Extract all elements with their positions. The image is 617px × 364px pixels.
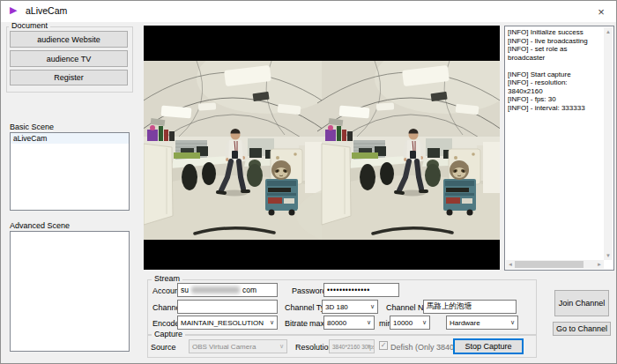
scrollbar-thumb[interactable] (515, 261, 584, 268)
log-output[interactable]: [INFO] Initialize success [INFO] - live … (504, 26, 614, 271)
video-preview (144, 26, 500, 270)
go-to-channel-button[interactable]: Go to Channel (553, 322, 611, 336)
account-input[interactable]: su com (177, 283, 278, 297)
hardware-select[interactable]: Hardware ∨ (446, 316, 518, 330)
audience-tv-button[interactable]: audience TV (10, 50, 128, 67)
chevron-down-icon: ∨ (510, 319, 515, 326)
scroll-left-icon[interactable]: ◄ (506, 260, 515, 269)
document-group-label: Document (9, 22, 50, 30)
basic-scene-list[interactable]: aLiveCam (10, 132, 130, 211)
chevron-down-icon: ∨ (367, 343, 371, 350)
chevron-down-icon: ∨ (270, 319, 274, 326)
channel-type-select[interactable]: 3D 180 ∨ (322, 300, 378, 314)
bitrate-max-value: 80000 (327, 319, 346, 327)
source-select[interactable]: OBS Virtual Camera ∨ (189, 339, 287, 353)
password-input[interactable]: •••••••••••••• (323, 283, 399, 297)
advanced-scene-list[interactable] (10, 231, 130, 352)
account-value-prefix: su (181, 286, 189, 294)
scroll-right-icon[interactable]: ► (595, 260, 604, 269)
close-icon[interactable]: × (586, 1, 616, 22)
capture-group-label: Capture (152, 331, 185, 338)
defish-checkbox[interactable]: ✓ (379, 341, 388, 350)
app-logo-icon: ▶ (10, 4, 17, 16)
account-value-suffix: com (242, 286, 256, 294)
channel-name-input[interactable]: 馬路上的泡塘 (423, 300, 517, 314)
log-horizontal-scrollbar[interactable]: ◄ ► (506, 260, 604, 269)
bitrate-max-select[interactable]: 80000 ∨ (323, 316, 375, 330)
title-bar: ▶ aLiveCam × (1, 1, 616, 22)
register-button[interactable]: Register (10, 70, 128, 85)
basic-scene-label: Basic Scene (10, 123, 54, 131)
bitrate-max-label: max (309, 319, 324, 328)
source-value: OBS Virtual Camera (192, 343, 256, 351)
scroll-up-icon[interactable]: ▲ (604, 27, 613, 36)
source-label: Source (151, 343, 176, 352)
password-label: Password (292, 286, 327, 295)
audience-website-button[interactable]: audience Website (10, 31, 128, 48)
bitrate-min-select[interactable]: 10000 ∨ (390, 316, 430, 330)
channel-type-value: 3D 180 (325, 303, 348, 311)
log-vertical-scrollbar[interactable]: ▲ ▼ (604, 27, 613, 260)
advanced-scene-label: Advanced Scene (10, 221, 70, 230)
resolution-label: Resolution (295, 343, 333, 352)
scroll-down-icon[interactable]: ▼ (604, 251, 613, 260)
account-redacted-segment (191, 286, 240, 293)
chevron-down-icon: ∨ (279, 343, 284, 350)
bitrate-min-value: 10000 (393, 319, 413, 327)
encoder-select[interactable]: MAINTAIN_RESOLUTION ∨ (177, 316, 278, 330)
chevron-down-icon: ∨ (370, 303, 375, 310)
app-window: ▶ aLiveCam × Document audience Website a… (0, 0, 617, 364)
channel-input[interactable] (177, 300, 278, 314)
chevron-down-icon: ∨ (367, 319, 371, 326)
encoder-value: MAINTAIN_RESOLUTION (181, 319, 264, 327)
list-item[interactable]: aLiveCam (11, 133, 129, 144)
hardware-value: Hardware (450, 319, 480, 327)
chevron-down-icon: ∨ (422, 319, 427, 326)
join-channel-button[interactable]: Join Channel (554, 290, 609, 316)
window-title: aLiveCam (26, 5, 67, 16)
stream-group-label: Stream (152, 275, 182, 283)
video-frame (144, 61, 500, 240)
resolution-select[interactable]: 3840*2160 30fps(NV12) ∨ (329, 339, 375, 353)
log-text: [INFO] Initialize success [INFO] - live … (508, 28, 602, 259)
bitrate-label: Bitrate (285, 319, 308, 328)
stop-capture-button[interactable]: Stop Capture (453, 338, 524, 354)
